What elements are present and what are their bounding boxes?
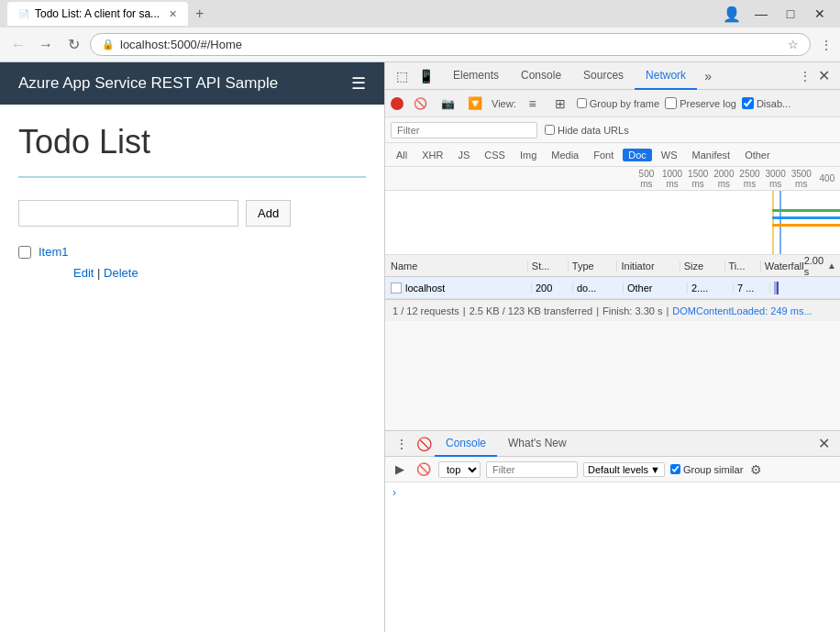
dropdown-icon: ▼ <box>650 464 660 475</box>
filter-ws[interactable]: WS <box>656 149 683 161</box>
filter-img[interactable]: Img <box>514 149 542 161</box>
table-row[interactable]: localhost 200 do... Other 2.... <box>385 277 840 299</box>
tab-sources[interactable]: Sources <box>572 62 635 90</box>
list-view-icon[interactable]: ≡ <box>522 93 544 115</box>
tab-console[interactable]: Console <box>510 62 572 90</box>
webpage: Azure App Service REST API Sample ☰ Todo… <box>0 62 384 632</box>
row-size: 2.... <box>691 283 708 294</box>
settings-icon[interactable]: ⚙ <box>750 462 762 477</box>
col-header-type[interactable]: Type <box>569 261 618 272</box>
console-tab-console[interactable]: Console <box>435 431 497 457</box>
console-run-button[interactable]: ▶ <box>391 460 409 479</box>
bookmark-icon[interactable]: ☆ <box>788 38 799 51</box>
filter-media[interactable]: Media <box>546 149 584 161</box>
hide-data-urls-checkbox[interactable] <box>545 125 555 135</box>
tab-network[interactable]: Network <box>635 62 697 90</box>
preserve-log-checkbox[interactable] <box>665 97 677 109</box>
preserve-log-label: Preserve log <box>680 98 736 109</box>
add-button[interactable]: Add <box>246 200 291 227</box>
timeline-label-2000: 2000 ms <box>711 169 736 189</box>
waterfall-time: 2.00 s <box>804 255 823 277</box>
filter-manifest[interactable]: Manifest <box>687 149 736 161</box>
edit-link[interactable]: Edit <box>73 266 94 280</box>
filter-other[interactable]: Other <box>739 149 776 161</box>
finish-time: Finish: 3.30 s <box>602 305 662 316</box>
console-tab-whatsnew[interactable]: What's New <box>497 431 578 457</box>
requests-count: 1 / 12 requests <box>392 305 459 316</box>
grid-view-icon[interactable]: ⊞ <box>549 93 571 115</box>
filter-doc[interactable]: Doc <box>623 149 652 161</box>
dom-content-loaded-link[interactable]: DOMContentLoaded: 249 ms... <box>672 305 812 316</box>
url-bar[interactable]: 🔒 localhost:5000/#/Home ☆ <box>90 33 811 56</box>
devtools-close-button[interactable]: ✕ <box>812 65 834 87</box>
filter-bar: Hide data URLs <box>385 117 840 143</box>
group-by-frame-checkbox[interactable] <box>577 98 587 108</box>
filter-js[interactable]: JS <box>452 149 475 161</box>
inspect-icon[interactable]: ⬚ <box>391 65 413 87</box>
timeline-label-2500: 2500 ms <box>736 169 762 189</box>
filter-font[interactable]: Font <box>588 149 619 161</box>
console-toolbar: ▶ 🚫 top Default levels ▼ Group similar ⚙ <box>385 457 840 482</box>
back-button[interactable]: ← <box>7 34 29 56</box>
todo-input[interactable] <box>18 200 238 227</box>
new-tab-button[interactable]: + <box>192 6 207 22</box>
row-type: do... <box>577 283 596 294</box>
timeline-label-1000: 1000 ms <box>659 169 685 189</box>
col-header-waterfall[interactable]: Waterfall 2.00 s ▲ <box>761 255 840 277</box>
row-type-cell: do... <box>573 283 624 294</box>
group-similar-option: Group similar <box>670 464 743 475</box>
todo-checkbox[interactable] <box>18 246 31 259</box>
context-selector[interactable]: top <box>438 461 481 478</box>
device-icon[interactable]: 📱 <box>414 65 437 87</box>
filter-input[interactable] <box>391 122 537 139</box>
webpage-header: Azure App Service REST API Sample ☰ <box>0 62 384 105</box>
maximize-button[interactable]: □ <box>778 5 803 23</box>
group-similar-checkbox[interactable] <box>670 464 680 474</box>
console-stop-btn[interactable]: 🚫 <box>414 460 433 479</box>
forward-button[interactable]: → <box>35 34 57 56</box>
address-bar: ← → ↻ 🔒 localhost:5000/#/Home ☆ ⋮ <box>0 28 840 62</box>
devtools-options-icon[interactable]: ⋮ <box>800 70 811 83</box>
console-tabs: ⋮ 🚫 Console What's New ✕ <box>385 431 840 457</box>
disable-cache-option: Disab... <box>742 97 790 109</box>
hide-data-urls-option: Hide data URLs <box>545 125 629 136</box>
hamburger-menu-icon[interactable]: ☰ <box>351 73 366 94</box>
col-header-time[interactable]: Ti... <box>725 261 761 272</box>
filter-all[interactable]: All <box>391 149 413 161</box>
camera-button[interactable]: 📷 <box>437 93 459 115</box>
browser-more-button[interactable]: ⋮ <box>820 38 833 52</box>
col-header-name[interactable]: Name <box>385 261 528 272</box>
col-header-status[interactable]: St... <box>528 261 569 272</box>
console-stop-button[interactable]: 🚫 <box>413 433 435 455</box>
clear-button[interactable]: 🚫 <box>409 93 431 115</box>
tab-favicon: 📄 <box>18 9 29 19</box>
user-icon[interactable]: 👤 <box>723 6 741 23</box>
tab-elements[interactable]: Elements <box>442 62 510 90</box>
close-button[interactable]: ✕ <box>807 5 833 23</box>
console-close-button[interactable]: ✕ <box>812 433 834 455</box>
record-button[interactable] <box>391 97 403 110</box>
default-levels-button[interactable]: Default levels ▼ <box>583 462 665 477</box>
filter-css[interactable]: CSS <box>479 149 511 161</box>
console-prompt[interactable]: › <box>392 486 833 499</box>
console-filter-input[interactable] <box>486 461 578 478</box>
view-label: View: <box>492 98 516 109</box>
console-more-button[interactable]: ⋮ <box>391 433 413 455</box>
delete-link[interactable]: Delete <box>104 266 138 280</box>
network-waterfall-chart <box>385 191 840 255</box>
browser-window: 📄 Todo List: A client for sa... ✕ + 👤 — … <box>0 0 840 632</box>
more-tabs-button[interactable]: » <box>697 65 719 87</box>
row-initiator: Other <box>627 283 653 294</box>
col-header-size[interactable]: Size <box>680 261 725 272</box>
minimize-button[interactable]: — <box>748 5 774 23</box>
browser-tab[interactable]: 📄 Todo List: A client for sa... ✕ <box>7 2 188 26</box>
filter-button[interactable]: 🔽 <box>464 93 486 115</box>
todo-actions: Edit | Delete <box>73 266 366 280</box>
refresh-button[interactable]: ↻ <box>62 34 84 56</box>
col-header-initiator[interactable]: Initiator <box>617 261 680 272</box>
disable-cache-checkbox[interactable] <box>742 97 754 109</box>
filter-xhr[interactable]: XHR <box>416 149 448 161</box>
tab-close-button[interactable]: ✕ <box>169 8 177 20</box>
group-similar-label: Group similar <box>683 464 743 475</box>
row-icon <box>391 283 402 294</box>
